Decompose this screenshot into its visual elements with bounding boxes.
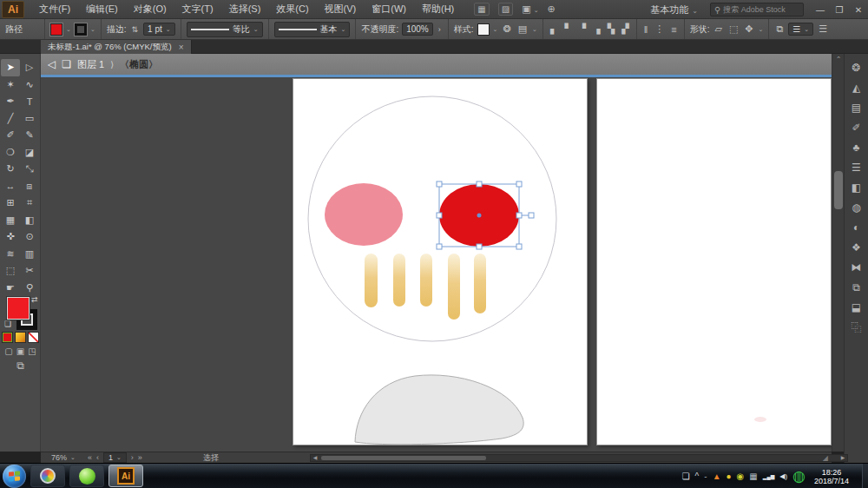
horizontal-scroll-thumb[interactable]	[321, 456, 486, 460]
handle-top-center[interactable]	[477, 181, 482, 187]
blob-brush-tool[interactable]: ❍	[1, 144, 20, 162]
menu-effect[interactable]: 效果(C)	[268, 0, 316, 18]
menu-window[interactable]: 窗口(W)	[364, 0, 414, 18]
pencil-tool[interactable]: ✎	[20, 127, 39, 144]
taskbar-app-media[interactable]	[30, 465, 65, 487]
screen-mode-icon[interactable]: ⧉	[0, 359, 41, 372]
arrange-documents-icon[interactable]: ▣ ⌄	[522, 3, 538, 15]
draw-inside-icon[interactable]: ◳	[28, 346, 36, 356]
brush-definition-select[interactable]: 基本⌄	[274, 22, 351, 37]
selection-center-point[interactable]	[477, 214, 482, 218]
control-panel-menu-icon[interactable]: ☰	[817, 23, 829, 35]
color-panel-icon[interactable]: ❂	[846, 57, 867, 77]
draw-normal-icon[interactable]: ▢	[4, 346, 12, 356]
direct-selection-tool[interactable]: ▷	[20, 59, 39, 76]
distribute-spacing-icon[interactable]: ≡	[669, 24, 678, 35]
stroke-stepper-icon[interactable]: ⇅	[130, 25, 141, 34]
color-mode-button[interactable]	[2, 332, 13, 343]
menu-view[interactable]: 视图(V)	[317, 0, 365, 18]
chevron-right-icon[interactable]: ›	[437, 25, 443, 34]
last-artboard-button[interactable]: »	[138, 453, 142, 462]
artboards-panel-icon[interactable]: ⿻	[846, 317, 867, 337]
gradient-mode-button[interactable]	[15, 332, 26, 343]
scale-tool[interactable]: ⤡	[20, 161, 39, 178]
horizontal-scrollbar[interactable]: ◀ ▶	[310, 454, 848, 462]
zoom-tool[interactable]: ⚲	[20, 280, 39, 297]
links-panel-icon[interactable]: ⧓	[846, 257, 867, 277]
menu-select[interactable]: 选择(S)	[221, 0, 269, 18]
tooth-bar-2[interactable]	[393, 254, 405, 307]
ime-keyboard-icon[interactable]: ▦	[749, 472, 757, 481]
chevron-down-icon[interactable]: ⌄	[66, 26, 71, 33]
transform-icon[interactable]: ✥	[743, 23, 754, 35]
symbols-panel-icon[interactable]: ♣	[846, 137, 867, 157]
stock-search[interactable]: ⚲	[710, 3, 804, 16]
isolate-selected-icon[interactable]: ⧉	[774, 23, 785, 35]
magic-wand-tool[interactable]: ✶	[1, 76, 20, 94]
handle-bottom-right[interactable]	[516, 244, 522, 249]
tab-close-icon[interactable]: ×	[179, 43, 184, 52]
menu-type[interactable]: 文字(T)	[174, 0, 221, 18]
align-bottom-icon[interactable]: ▞	[620, 23, 630, 35]
start-button[interactable]	[3, 465, 26, 488]
menu-object[interactable]: 对象(O)	[126, 0, 174, 18]
network-signal-icon[interactable]: ▂▄▆	[763, 473, 774, 479]
optimizer-icon[interactable]: ◉	[737, 472, 745, 481]
tooth-bar-5[interactable]	[474, 254, 486, 313]
column-graph-tool[interactable]: ▥	[20, 246, 39, 263]
search-input[interactable]	[723, 5, 799, 14]
width-profile-select[interactable]: 等比⌄	[187, 22, 263, 37]
stroke-panel-icon[interactable]: ☰	[846, 157, 867, 177]
menu-help[interactable]: 帮助(H)	[414, 0, 462, 18]
left-eye-ellipse[interactable]	[325, 183, 403, 246]
gradient-tool[interactable]: ◧	[20, 212, 39, 229]
folder-icon[interactable]: ❏	[682, 472, 690, 481]
chevron-down-icon[interactable]: ⌄	[493, 26, 498, 33]
bridge-icon[interactable]: ▦	[474, 3, 489, 16]
rectangle-tool[interactable]: ▭	[20, 110, 39, 128]
align-top-icon[interactable]: ▗	[591, 23, 602, 35]
lasso-tool[interactable]: ∿	[20, 76, 39, 94]
zoom-level-select[interactable]: 76%⌄	[48, 453, 79, 462]
vertical-scroll-thumb[interactable]	[834, 171, 843, 209]
taskbar-app-illustrator[interactable]: Ai	[108, 465, 143, 487]
default-fill-stroke-icon[interactable]: ❏	[4, 320, 11, 328]
transparency-panel-icon[interactable]: ◍	[846, 197, 867, 217]
canvas-area[interactable]	[41, 75, 832, 452]
artboard-2[interactable]	[596, 78, 832, 445]
workspace-switcher[interactable]: 基本功能⌄	[645, 2, 703, 18]
antivirus-360-icon[interactable]: ◍	[792, 467, 806, 485]
hidden-icons-caret[interactable]: ^	[695, 472, 700, 481]
fill-proxy-swatch[interactable]	[7, 297, 30, 320]
mesh-tool[interactable]: ▦	[1, 212, 20, 229]
extensions-icon[interactable]: ▨	[498, 3, 513, 16]
cs-services-icon[interactable]: ⊕	[548, 3, 556, 15]
opacity-field[interactable]: 100%	[402, 23, 433, 36]
swatches-panel-icon[interactable]: ▤	[846, 97, 867, 117]
hand-tool[interactable]: ☛	[1, 280, 20, 297]
appearance-panel-icon[interactable]: ◐	[846, 217, 867, 237]
color-guide-panel-icon[interactable]: ◭	[846, 77, 867, 97]
rotate-tool[interactable]: ↻	[1, 161, 20, 178]
layers-panel-icon[interactable]: ⬓	[846, 297, 867, 317]
tooth-bar-3[interactable]	[420, 254, 432, 307]
yellow-dot-icon[interactable]: ●	[727, 472, 732, 481]
handle-top-left[interactable]	[437, 181, 442, 187]
tooth-bar-1[interactable]	[365, 254, 378, 307]
first-artboard-button[interactable]: «	[88, 453, 92, 462]
width-tool[interactable]: ↔	[1, 178, 20, 195]
bounding-box-icon[interactable]: ⬚	[727, 23, 740, 35]
document-setup-icon[interactable]: ▤	[516, 23, 529, 35]
stroke-width-field[interactable]: 1 pt⌄	[143, 23, 175, 36]
fill-color-swatch[interactable]	[50, 23, 62, 36]
scroll-right-icon[interactable]: ▶	[838, 455, 847, 461]
gradient-panel-icon[interactable]: ◧	[846, 177, 867, 197]
document-tab[interactable]: 未标题-1.ai* @ 76% (CMYK/预览) ×	[41, 40, 192, 54]
blend-tool[interactable]: ⊙	[20, 228, 39, 246]
artboard-tool[interactable]: ⬚	[1, 262, 20, 280]
restore-button[interactable]: ❐	[830, 2, 849, 17]
handle-bottom-center[interactable]	[477, 244, 482, 249]
close-button[interactable]: ✕	[849, 2, 868, 17]
paintbrush-tool[interactable]: ✐	[1, 127, 20, 144]
scroll-left-icon[interactable]: ◀	[311, 455, 319, 461]
